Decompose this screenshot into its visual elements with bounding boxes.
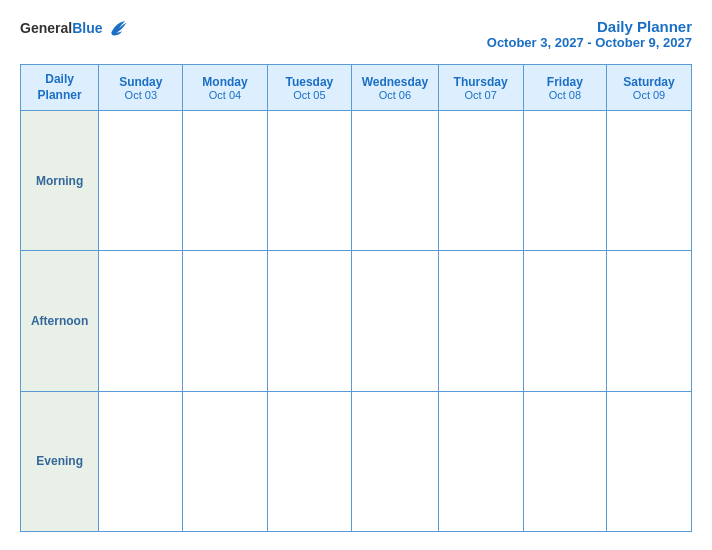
saturday-name: Saturday [609,75,689,89]
evening-saturday-cell[interactable] [607,391,692,531]
header-daily-label: DailyPlanner [38,72,82,102]
afternoon-friday-cell[interactable] [523,251,606,391]
morning-saturday-cell[interactable] [607,111,692,251]
tuesday-date: Oct 05 [270,89,350,101]
evening-sunday-cell[interactable] [99,391,183,531]
thursday-name: Thursday [441,75,521,89]
evening-monday-cell[interactable] [183,391,267,531]
morning-sunday-cell[interactable] [99,111,183,251]
morning-monday-cell[interactable] [183,111,267,251]
friday-name: Friday [526,75,604,89]
sunday-name: Sunday [101,75,180,89]
logo-bird-icon [106,18,128,40]
wednesday-date: Oct 06 [354,89,435,101]
logo-text: GeneralBlue [20,21,102,36]
logo: GeneralBlue [20,18,128,40]
thursday-date: Oct 07 [441,89,521,101]
tuesday-name: Tuesday [270,75,350,89]
title-block: Daily Planner October 3, 2027 - October … [487,18,692,50]
morning-thursday-cell[interactable] [438,111,523,251]
header-tuesday: Tuesday Oct 05 [267,65,352,111]
morning-friday-cell[interactable] [523,111,606,251]
header-label-cell: DailyPlanner [21,65,99,111]
evening-label: Evening [21,391,99,531]
afternoon-label: Afternoon [21,251,99,391]
morning-wednesday-cell[interactable] [352,111,438,251]
header-thursday: Thursday Oct 07 [438,65,523,111]
monday-date: Oct 04 [185,89,264,101]
morning-label: Morning [21,111,99,251]
evening-tuesday-cell[interactable] [267,391,352,531]
evening-friday-cell[interactable] [523,391,606,531]
header-sunday: Sunday Oct 03 [99,65,183,111]
afternoon-tuesday-cell[interactable] [267,251,352,391]
evening-wednesday-cell[interactable] [352,391,438,531]
header-saturday: Saturday Oct 09 [607,65,692,111]
page-header: GeneralBlue Daily Planner October 3, 202… [20,18,692,50]
evening-row: Evening [21,391,692,531]
saturday-date: Oct 09 [609,89,689,101]
planner-title: Daily Planner [487,18,692,35]
header-friday: Friday Oct 08 [523,65,606,111]
morning-tuesday-cell[interactable] [267,111,352,251]
sunday-date: Oct 03 [101,89,180,101]
wednesday-name: Wednesday [354,75,435,89]
afternoon-sunday-cell[interactable] [99,251,183,391]
afternoon-row: Afternoon [21,251,692,391]
afternoon-saturday-cell[interactable] [607,251,692,391]
monday-name: Monday [185,75,264,89]
afternoon-monday-cell[interactable] [183,251,267,391]
morning-row: Morning [21,111,692,251]
planner-table: DailyPlanner Sunday Oct 03 Monday Oct 04… [20,64,692,532]
table-header-row: DailyPlanner Sunday Oct 03 Monday Oct 04… [21,65,692,111]
evening-thursday-cell[interactable] [438,391,523,531]
header-wednesday: Wednesday Oct 06 [352,65,438,111]
afternoon-thursday-cell[interactable] [438,251,523,391]
afternoon-wednesday-cell[interactable] [352,251,438,391]
planner-date-range: October 3, 2027 - October 9, 2027 [487,35,692,50]
header-monday: Monday Oct 04 [183,65,267,111]
friday-date: Oct 08 [526,89,604,101]
